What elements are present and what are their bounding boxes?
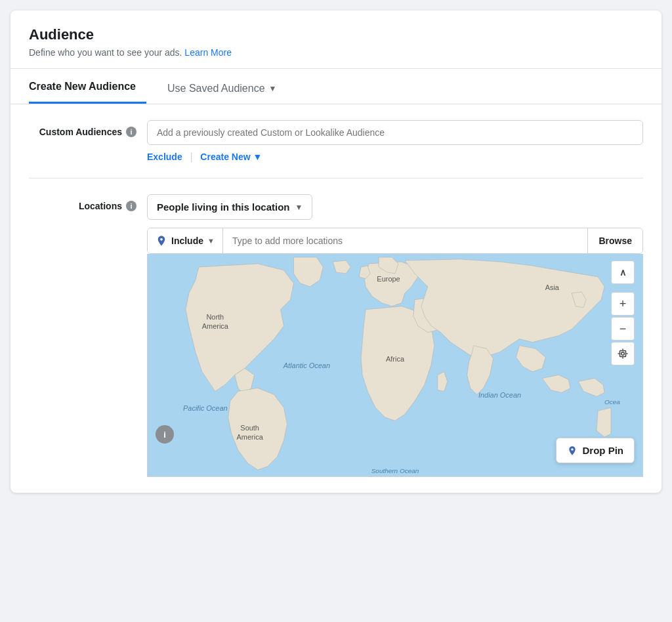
minus-icon: − xyxy=(620,322,627,336)
include-dropdown[interactable]: Include ▼ xyxy=(148,228,223,253)
map-zoom-in-button[interactable]: + xyxy=(611,292,635,316)
audience-actions: Exclude | Create New ▼ xyxy=(147,152,643,162)
svg-text:Southern Ocean: Southern Ocean xyxy=(371,467,419,474)
audience-card: Audience Define who you want to see your… xyxy=(10,10,662,493)
action-separator: | xyxy=(190,152,193,162)
svg-rect-14 xyxy=(620,351,626,357)
content-section: Custom Audiences i Exclude | Create New … xyxy=(10,104,662,493)
header-section: Audience Define who you want to see your… xyxy=(10,10,662,69)
locations-label: Locations i xyxy=(29,194,147,211)
map-info-icon[interactable]: i xyxy=(156,425,174,444)
learn-more-link[interactable]: Learn More xyxy=(184,47,232,58)
section-divider xyxy=(29,178,643,178)
location-type-chevron-icon: ▼ xyxy=(295,203,303,212)
drop-pin-icon xyxy=(567,446,578,456)
svg-text:Atlantic Ocean: Atlantic Ocean xyxy=(283,362,330,369)
include-chevron-icon: ▼ xyxy=(207,237,215,245)
exclude-link[interactable]: Exclude xyxy=(147,152,182,162)
page-title: Audience xyxy=(29,26,643,43)
locate-icon xyxy=(617,348,629,360)
browse-button[interactable]: Browse xyxy=(587,228,642,253)
custom-audience-input[interactable] xyxy=(147,120,643,145)
pin-icon xyxy=(156,235,167,247)
custom-audiences-info-icon[interactable]: i xyxy=(126,127,136,137)
locations-info-icon[interactable]: i xyxy=(126,201,136,211)
locations-row: Locations i People living in this locati… xyxy=(29,194,643,477)
svg-text:North: North xyxy=(206,313,224,321)
use-saved-chevron-icon: ▼ xyxy=(269,84,277,93)
map-controls: ∧ + − xyxy=(611,260,635,365)
create-new-chevron-icon: ▼ xyxy=(253,152,262,162)
map-collapse-button[interactable]: ∧ xyxy=(611,260,635,284)
svg-text:Pacific Ocean: Pacific Ocean xyxy=(183,404,228,412)
svg-point-13 xyxy=(621,352,625,356)
svg-text:Africa: Africa xyxy=(386,356,405,363)
chevron-up-icon: ∧ xyxy=(620,267,626,278)
custom-audiences-row: Custom Audiences i Exclude | Create New … xyxy=(29,120,643,162)
tab-use-saved-audience[interactable]: Use Saved Audience ▼ xyxy=(167,71,276,104)
svg-text:Indian Ocean: Indian Ocean xyxy=(478,391,521,399)
tab-create-new-audience[interactable]: Create New Audience xyxy=(29,69,146,104)
tabs-section: Create New Audience Use Saved Audience ▼ xyxy=(10,69,662,104)
custom-audiences-label: Custom Audiences i xyxy=(29,120,147,137)
create-new-dropdown[interactable]: Create New ▼ xyxy=(200,152,262,162)
svg-text:America: America xyxy=(202,322,229,330)
svg-text:South: South xyxy=(240,424,259,432)
location-type-dropdown[interactable]: People living in this location ▼ xyxy=(147,194,312,220)
svg-text:Ocea: Ocea xyxy=(604,398,620,405)
svg-text:Asia: Asia xyxy=(545,283,560,291)
location-controls: People living in this location ▼ Include… xyxy=(147,194,643,477)
custom-audiences-control: Exclude | Create New ▼ xyxy=(147,120,643,162)
location-search-bar: Include ▼ Browse xyxy=(147,228,643,254)
svg-text:America: America xyxy=(237,433,264,441)
location-search-input[interactable] xyxy=(223,228,588,253)
page-subtitle: Define who you want to see your ads. Lea… xyxy=(29,47,643,58)
drop-pin-button[interactable]: Drop Pin xyxy=(556,438,635,463)
map-container: North America Europe Asia Africa South A… xyxy=(147,254,643,477)
map-zoom-out-button[interactable]: − xyxy=(611,317,635,341)
plus-icon: + xyxy=(620,297,627,311)
svg-text:Europe: Europe xyxy=(377,275,400,283)
map-locate-button[interactable] xyxy=(611,342,635,365)
